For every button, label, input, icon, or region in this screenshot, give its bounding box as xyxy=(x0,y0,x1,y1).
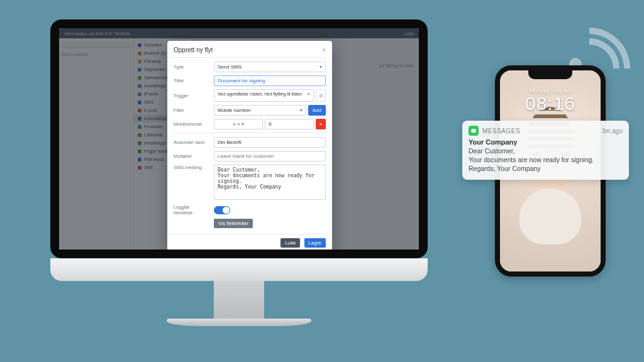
label-avsender: Avsender navn xyxy=(174,140,210,145)
lockscreen-time: 08:16 xyxy=(500,93,601,114)
notification-app: MESSAGES xyxy=(482,128,520,134)
filter-select[interactable]: Mobile number▾ xyxy=(214,105,306,116)
logg-toggle[interactable] xyxy=(214,206,230,214)
label-trigger: Trigger xyxy=(174,93,210,99)
filter-add-button[interactable]: Add xyxy=(308,105,326,116)
modal-title: Opprett ny flyt xyxy=(174,47,213,53)
mobil-value-input[interactable] xyxy=(265,119,314,129)
label-tittel: Tittel xyxy=(174,78,210,84)
create-flow-modal: Opprett ny flyt × Type Send SMS▾ Tittel … xyxy=(167,41,332,250)
label-mottaker: Mottaker xyxy=(174,153,210,159)
label-type: Type xyxy=(174,64,210,70)
desktop-monitor: Informasjon om liste #15: Testliste Lukk… xyxy=(50,19,428,326)
label-filter: Filter xyxy=(174,107,210,113)
notification-body: Dear Customer, Your documents are now re… xyxy=(469,146,623,173)
trigger-clear-button[interactable]: ⊘ xyxy=(316,89,326,102)
lockscreen-date: Monday May 8th xyxy=(500,88,601,94)
close-icon[interactable]: × xyxy=(322,46,326,53)
trigger-select[interactable]: Ved opprettelse i listen, Ved flytting t… xyxy=(214,89,314,102)
mobil-op-select[interactable]: < > ▾ xyxy=(214,119,263,129)
notification-time: 3m ago xyxy=(602,128,623,134)
vis-flettefelter-button[interactable]: Vis flettefelter xyxy=(214,219,253,228)
label-mobil: Mobilnummer xyxy=(174,121,210,127)
messages-app-icon xyxy=(469,126,479,136)
label-logg: Loggfør hendelse xyxy=(174,204,210,216)
mottaker-input[interactable] xyxy=(214,151,326,162)
sms-textarea[interactable] xyxy=(214,165,326,200)
label-sms: SMS-melding xyxy=(174,165,210,170)
phone-notch xyxy=(528,70,572,79)
lockscreen-datetime: Monday May 8th 08:16 xyxy=(500,88,601,114)
avsender-input[interactable] xyxy=(214,137,326,148)
notification-card[interactable]: MESSAGES 3m ago Your Company Dear Custom… xyxy=(462,121,629,180)
lagre-button[interactable]: Lagre xyxy=(304,238,326,248)
notification-title: Your Company xyxy=(469,138,623,146)
type-select[interactable]: Send SMS▾ xyxy=(214,62,326,72)
tittel-input[interactable] xyxy=(214,75,326,86)
lukk-button[interactable]: Lukk xyxy=(280,238,300,248)
filter-remove-button[interactable]: × xyxy=(316,119,326,129)
